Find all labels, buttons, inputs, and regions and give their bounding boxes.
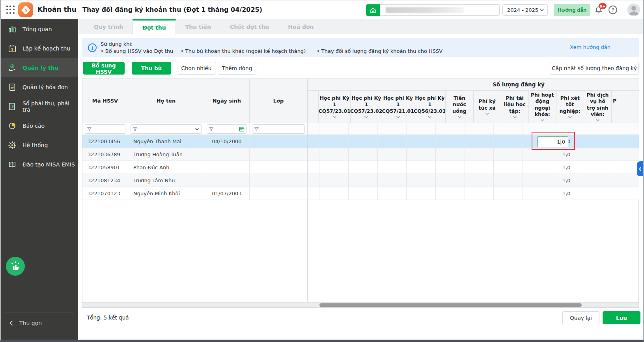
qty-cell[interactable] [581, 187, 610, 200]
sidebar-item-dao-tao-misa-emis[interactable]: Đào tạo MISA EMIS [1, 155, 78, 174]
cell-ho-ten[interactable]: Nguyễn Thanh Mai [128, 135, 204, 148]
qty-cell[interactable] [610, 187, 639, 200]
column-header-hoc-phi-3[interactable]: Học phí Kỳ 1 CQ57/21.01 [382, 91, 414, 123]
sidebar-collapse-button[interactable]: Thu gọn [1, 314, 78, 332]
chevron-down-icon[interactable] [485, 112, 489, 115]
add-hssv-button[interactable]: Bổ sung HSSV [83, 62, 125, 75]
qty-cell[interactable] [465, 187, 494, 200]
qty-edit-input[interactable]: 1,0 [538, 136, 568, 147]
guide-button[interactable]: Hướng dẫn [554, 4, 590, 16]
app-logo-icon[interactable]: $ [18, 2, 33, 17]
column-header-hoc-phi-1[interactable]: Học phí Kỳ 1 CQ57/23.01 [318, 91, 350, 123]
horizontal-scrollbar[interactable] [82, 302, 638, 307]
qty-cell[interactable] [523, 174, 552, 187]
qty-cell[interactable] [610, 174, 639, 187]
qty-cell[interactable] [319, 174, 348, 187]
column-header-ho-ten[interactable]: Họ tên [128, 79, 204, 123]
table-row[interactable]: 1,0 [308, 161, 639, 174]
cell-ngay-sinh[interactable] [204, 161, 250, 174]
filter-input-ma-hssv[interactable] [93, 126, 123, 132]
qty-cell[interactable] [435, 161, 465, 174]
chevron-down-icon[interactable] [396, 116, 400, 118]
cell-lop[interactable] [250, 148, 307, 161]
sidebar-item-quan-ly-hoa-don[interactable]: Quản lý hóa đơn [1, 77, 78, 97]
qty-cell[interactable] [348, 161, 377, 174]
chevron-down-icon[interactable] [513, 116, 517, 118]
cell-ma-hssv[interactable]: 3221081234 [82, 174, 128, 187]
school-year-select[interactable]: 2024 - 2025 [502, 4, 548, 16]
qty-cell[interactable] [581, 135, 610, 148]
tab-thu-tien[interactable]: Thu tiền [176, 19, 220, 34]
qty-cell[interactable] [406, 148, 435, 161]
multi-select-button[interactable]: Chọn nhiều [177, 62, 216, 75]
column-header-phi-dich-vu[interactable]: Phí dịch vụ hỗ trợ sinh viên: [584, 91, 611, 123]
qty-cell[interactable] [377, 187, 407, 200]
cell-ngay-sinh[interactable] [204, 174, 250, 187]
update-by-registration-button[interactable]: Cập nhật số lượng theo đăng ký [550, 62, 639, 75]
column-header-phi-ky-tuc-xa[interactable]: Phí ký túc xá [473, 91, 501, 123]
chevron-down-icon[interactable] [332, 116, 337, 118]
table-row[interactable]: 1,0 [308, 174, 639, 187]
qty-cell[interactable] [493, 187, 523, 200]
cell-ho-ten[interactable]: Trương Tâm Như [128, 174, 204, 187]
qty-cell[interactable] [493, 161, 523, 174]
table-row[interactable]: 3221070123 Nguyễn Minh Khôi 01/07/2003 [82, 187, 307, 200]
column-header-ma-hssv[interactable]: Mã HSSV [82, 79, 128, 123]
clipped-column-header[interactable]: P [611, 91, 639, 123]
column-header-ngay-sinh[interactable]: Ngày sinh [204, 79, 250, 123]
chevron-down-icon[interactable] [364, 116, 368, 118]
filter-input-lop[interactable] [260, 126, 302, 132]
qty-cell[interactable] [435, 187, 465, 200]
chevron-down-icon[interactable] [195, 128, 199, 131]
tab-quy-trinh[interactable]: Quy trình [84, 19, 133, 34]
qty-cell[interactable] [348, 135, 377, 148]
cell-ngay-sinh[interactable] [204, 148, 250, 161]
qty-cell[interactable] [465, 174, 494, 187]
qty-cell[interactable] [610, 148, 639, 161]
qty-cell[interactable] [406, 161, 435, 174]
qty-cell[interactable] [581, 174, 610, 187]
qty-cell[interactable] [465, 161, 494, 174]
qty-cell[interactable] [319, 135, 348, 148]
sidebar-item-so-phai-thu-phai-tra[interactable]: $ Sổ phải thu, phải trả [1, 97, 78, 116]
cell-ho-ten[interactable]: Phan Đức Anh [128, 161, 204, 174]
chevron-down-icon[interactable] [427, 116, 432, 118]
qty-cell[interactable] [493, 148, 523, 161]
qty-cell[interactable] [406, 135, 435, 148]
qty-cell[interactable] [523, 161, 552, 174]
cell-lop[interactable] [250, 187, 307, 200]
qty-cell[interactable] [348, 148, 377, 161]
qty-cell[interactable] [581, 161, 610, 174]
qty-cell-phi-xet[interactable]: 1,0 [552, 187, 581, 200]
table-row[interactable]: 3221081234 Trương Tâm Như [82, 174, 307, 187]
cell-lop[interactable] [250, 174, 307, 187]
qty-cell[interactable] [523, 148, 552, 161]
calendar-icon[interactable] [239, 126, 245, 132]
sidebar-item-quan-ly-thu[interactable]: $ Quản lý thu [1, 58, 78, 77]
sidebar-item-he-thong[interactable]: Hệ thống [1, 135, 78, 155]
column-header-hoc-phi-4[interactable]: Học phí Kỳ 1 CQ56/23.01 [414, 91, 446, 123]
chevron-down-icon[interactable] [595, 119, 600, 121]
qty-cell[interactable] [610, 161, 639, 174]
app-grid-icon[interactable] [6, 6, 15, 14]
qty-cell[interactable] [377, 161, 407, 174]
table-row[interactable]: 3221036789 Trương Hoàng Tuấn [82, 148, 307, 161]
cell-lop[interactable] [250, 161, 307, 174]
tab-dot-thu[interactable]: Đợt thu [133, 19, 176, 35]
qty-cell-phi-xet[interactable]: 1,0 [552, 148, 581, 161]
cell-ma-hssv[interactable]: 3221058901 [82, 161, 128, 174]
qty-cell-phi-xet[interactable]: 1,0 [552, 161, 581, 174]
qty-cell[interactable] [435, 148, 465, 161]
save-button[interactable]: Lưu [603, 311, 640, 324]
table-row[interactable]: 1,0 [308, 187, 639, 200]
qty-cell[interactable] [581, 148, 610, 161]
qty-cell[interactable] [493, 174, 523, 187]
qty-cell[interactable] [377, 148, 407, 161]
cell-ma-hssv[interactable]: 3221070123 [82, 187, 128, 200]
qty-cell-phi-tai-lieu[interactable] [493, 135, 523, 148]
cell-ngay-sinh[interactable]: 04/10/2000 [204, 135, 250, 148]
table-row[interactable]: 3221058901 Phan Đức Anh [82, 161, 307, 174]
cell-lop[interactable] [250, 135, 307, 148]
search-input[interactable] [380, 4, 500, 16]
side-panel-toggle[interactable] [637, 161, 643, 176]
